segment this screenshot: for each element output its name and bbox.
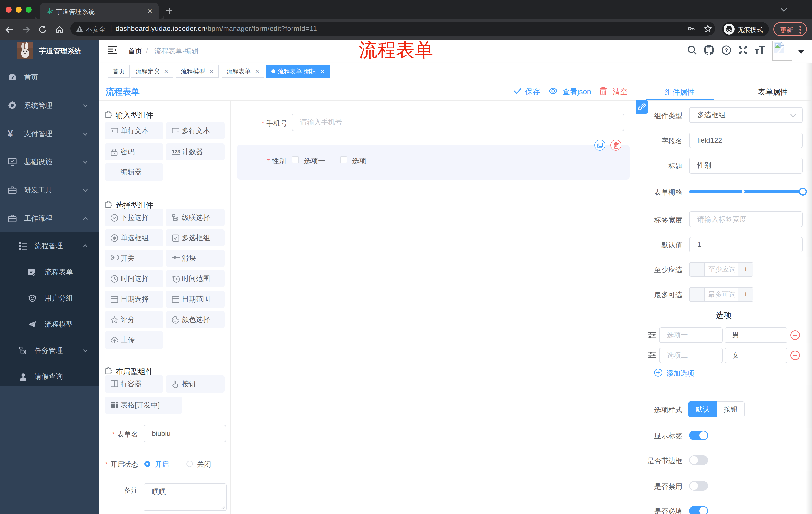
svg-text:?: ? — [725, 47, 728, 53]
svg-text:123: 123 — [172, 149, 180, 154]
